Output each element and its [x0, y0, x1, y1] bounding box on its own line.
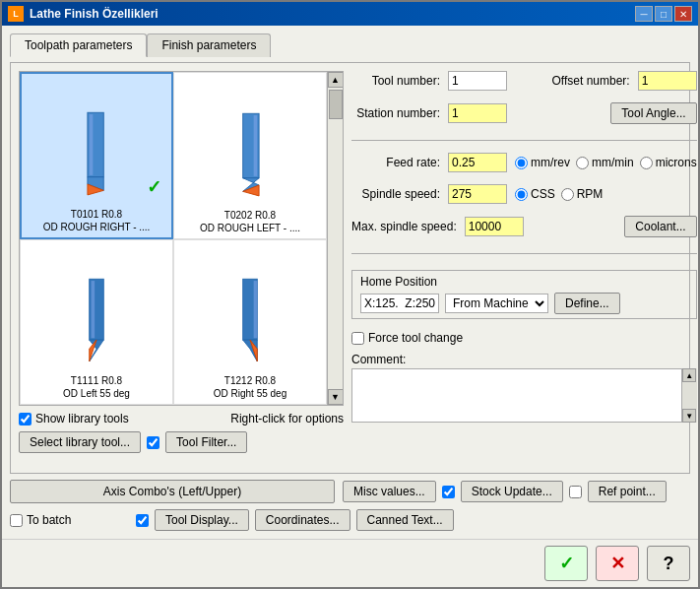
- canned-text-btn[interactable]: Canned Text...: [356, 509, 454, 531]
- cancel-button[interactable]: ✕: [596, 546, 639, 581]
- tool-grid-wrapper: ✓ T0101 R0.8 OD ROUGH RIGHT - ....: [19, 71, 344, 406]
- station-number-row: Station number: Tool Angle...: [351, 102, 697, 124]
- feed-mmmin-option[interactable]: mm/min: [576, 156, 634, 169]
- spindle-rpm-label: RPM: [577, 187, 604, 201]
- offset-number-input[interactable]: [638, 71, 697, 91]
- tool-cell-t1212[interactable]: T1212 R0.8 OD Right 55 deg: [173, 239, 327, 405]
- feed-mmrev-label: mm/rev: [531, 156, 570, 169]
- feed-unit-group: mm/rev mm/min microns: [515, 156, 697, 169]
- tool-cell-t1111[interactable]: T1111 R0.8 OD Left 55 deg: [20, 239, 173, 405]
- to-batch-label[interactable]: To batch: [10, 513, 128, 527]
- scroll-up-arrow[interactable]: ▲: [328, 72, 344, 88]
- home-position-input[interactable]: [360, 294, 439, 313]
- ok-button[interactable]: ✓: [544, 546, 588, 581]
- show-library-checkbox-label[interactable]: Show library tools: [19, 412, 129, 425]
- maximize-button[interactable]: □: [655, 6, 672, 22]
- spindle-rpm-radio[interactable]: [561, 188, 574, 201]
- svg-rect-11: [92, 281, 95, 338]
- scroll-down-arrow[interactable]: ▼: [328, 389, 344, 405]
- comment-textarea[interactable]: [351, 368, 697, 423]
- separator-1: [351, 140, 697, 141]
- main-window: L Lathe Finish Özellikleri ─ □ ✕ Toolpat…: [0, 0, 700, 589]
- feed-mmmin-radio[interactable]: [576, 157, 589, 169]
- feed-rate-input[interactable]: [448, 153, 507, 172]
- spindle-unit-group: CSS RPM: [515, 187, 603, 201]
- to-batch-checkbox[interactable]: [10, 514, 23, 527]
- right-click-label: Right-click for options: [230, 412, 344, 425]
- spindle-css-option[interactable]: CSS: [515, 187, 555, 201]
- force-tool-change-text: Force tool change: [368, 331, 463, 345]
- tool-label-t0202: T0202 R0.8 OD ROUGH LEFT - ....: [200, 209, 300, 234]
- max-spindle-input[interactable]: [465, 217, 524, 236]
- tool-angle-btn[interactable]: Tool Angle...: [610, 102, 696, 124]
- ref-point-checkbox[interactable]: [569, 486, 582, 498]
- title-bar-left: L Lathe Finish Özellikleri: [8, 6, 159, 22]
- tool-cell-t0101[interactable]: ✓ T0101 R0.8 OD ROUGH RIGHT - ....: [20, 72, 173, 239]
- app-icon: L: [8, 6, 24, 22]
- spindle-speed-input[interactable]: [448, 184, 507, 204]
- title-buttons: ─ □ ✕: [635, 6, 692, 22]
- stock-update-checkbox[interactable]: [442, 486, 455, 498]
- minimize-button[interactable]: ─: [635, 6, 653, 22]
- footer-buttons: ✓ ✕ ?: [2, 539, 698, 587]
- tool-display-checkbox[interactable]: [136, 514, 149, 527]
- tool-cell-t0202[interactable]: T0202 R0.8 OD ROUGH LEFT - ....: [173, 72, 327, 239]
- force-tool-change-checkbox[interactable]: [351, 332, 364, 345]
- feed-microns-radio[interactable]: [640, 157, 653, 169]
- comment-scrollbar: ▲ ▼: [681, 368, 697, 423]
- tool-label-t0101: T0101 R0.8 OD ROUGH RIGHT - ....: [43, 208, 151, 233]
- close-button[interactable]: ✕: [674, 6, 692, 22]
- coolant-btn[interactable]: Coolant...: [624, 216, 696, 237]
- bottom-panel: Axis Combo's (Left/Upper) Misc values...…: [10, 480, 690, 531]
- feed-mmrev-option[interactable]: mm/rev: [515, 156, 570, 169]
- max-spindle-row: Max. spindle speed: Coolant...: [351, 216, 697, 237]
- tool-label-t1212: T1212 R0.8 OD Right 55 deg: [214, 374, 287, 400]
- tab-toolpath[interactable]: Toolpath parameters: [10, 33, 147, 57]
- tab-bar: Toolpath parameters Finish parameters: [10, 33, 690, 57]
- title-bar: L Lathe Finish Özellikleri ─ □ ✕: [2, 2, 698, 26]
- tool-number-input[interactable]: [448, 71, 507, 91]
- comment-scroll-down[interactable]: ▼: [682, 409, 696, 423]
- ref-point-checkbox-label[interactable]: [569, 486, 582, 498]
- tool-display-btn[interactable]: Tool Display...: [155, 509, 249, 531]
- tool-grid: ✓ T0101 R0.8 OD ROUGH RIGHT - ....: [20, 72, 327, 405]
- cancel-icon: ✕: [610, 553, 625, 574]
- tool-display-checkbox-label[interactable]: [136, 514, 149, 527]
- feed-mmrev-radio[interactable]: [515, 157, 528, 169]
- spindle-rpm-option[interactable]: RPM: [561, 187, 604, 201]
- ref-point-btn[interactable]: Ref point...: [588, 481, 667, 502]
- comment-label: Comment:: [351, 353, 697, 366]
- station-number-input[interactable]: [448, 103, 507, 123]
- misc-values-btn[interactable]: Misc values...: [343, 481, 436, 502]
- show-library-checkbox[interactable]: [19, 413, 32, 425]
- spindle-css-label: CSS: [531, 187, 555, 201]
- spindle-css-radio[interactable]: [515, 188, 528, 201]
- tool-label-t1111: T1111 R0.8 OD Left 55 deg: [63, 374, 130, 400]
- tool-filter-checkbox-label[interactable]: [147, 436, 159, 449]
- feed-mmmin-label: mm/min: [592, 156, 634, 169]
- axis-combo-btn[interactable]: Axis Combo's (Left/Upper): [10, 480, 335, 503]
- comment-scroll-up[interactable]: ▲: [682, 368, 696, 382]
- select-library-btn[interactable]: Select library tool...: [19, 431, 141, 453]
- stock-update-checkbox-label[interactable]: [442, 486, 455, 498]
- scroll-thumb[interactable]: [329, 90, 343, 119]
- spindle-speed-row: Spindle speed: CSS RPM: [351, 184, 697, 204]
- coordinates-btn[interactable]: Coordinates...: [255, 509, 350, 531]
- tab-finish[interactable]: Finish parameters: [147, 33, 271, 57]
- home-position-label: Home Position: [360, 275, 688, 289]
- feed-microns-option[interactable]: microns: [640, 156, 697, 169]
- tool-image-t0101: [67, 105, 126, 204]
- feed-rate-label: Feed rate:: [351, 156, 440, 169]
- define-btn[interactable]: Define...: [554, 293, 620, 314]
- tool-filter-btn[interactable]: Tool Filter...: [165, 431, 247, 453]
- svg-rect-15: [254, 281, 258, 338]
- home-position-group: Home Position From Machine Define...: [351, 270, 697, 319]
- help-button[interactable]: ?: [647, 546, 690, 581]
- svg-rect-3: [90, 114, 94, 175]
- tool-filter-checkbox[interactable]: [147, 436, 159, 449]
- station-number-label: Station number:: [351, 106, 440, 120]
- stock-update-btn[interactable]: Stock Update...: [461, 481, 563, 502]
- home-from-dropdown[interactable]: From Machine: [445, 294, 548, 313]
- force-tool-change-label[interactable]: Force tool change: [351, 331, 697, 345]
- separator-2: [351, 253, 697, 254]
